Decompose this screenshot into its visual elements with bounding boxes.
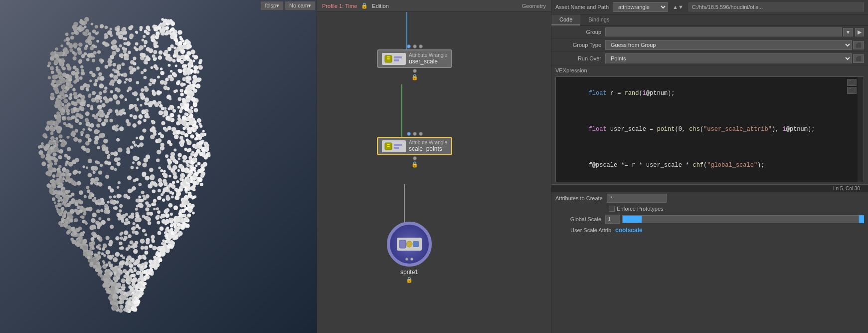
enforce-checkbox[interactable] [609,206,615,212]
wrangle-icon-2 [382,140,406,152]
enforce-row: Enforce Prototypes [551,204,868,213]
global-scale-slider-thumb [859,215,864,223]
viewport-camera-btn[interactable]: No cam▾ [285,1,316,10]
node-scale-points-name: scale_points [409,145,447,152]
asset-name-dropdown[interactable]: attribwrangle [613,2,668,12]
node-user-scale-name: user_scale [409,58,447,65]
group-type-dropdown[interactable]: Guess from Group [605,40,852,50]
cv-4: user_scale = [607,126,657,133]
sprite-outer [387,222,432,267]
global-scale-slider[interactable] [622,215,859,223]
attrib-create-label: Attributes to Create [555,195,607,201]
node-scale-points-ports-top [407,132,423,136]
wrangle-icon [382,53,406,65]
svg-rect-16 [399,240,406,248]
node-graph-content[interactable]: Attribute Wrangle user_scale 🔒 [317,12,551,333]
node-user-scale-body[interactable]: Attribute Wrangle user_scale [377,49,452,68]
attrib-create-row: Attributes to Create [551,192,868,204]
node-sprite1[interactable]: sprite1 🔒 [387,222,432,283]
node-graph-header: Profile 1: Time 🔒 Edition Geometry [317,0,551,12]
cs-2: "global_scale" [707,162,757,169]
lock-header-icon: 🔒 [361,2,368,9]
user-scale-attrib-row: User Scale Attrib coolscale [551,225,868,235]
svg-rect-5 [387,56,390,57]
point-cloud-canvas [0,0,317,333]
tabs-row: Code Bindings [551,14,868,26]
group-type-label: Group Type [555,42,605,48]
group-dropdown-arrow[interactable]: ▼ [843,28,853,36]
run-over-arrow[interactable]: ⬛ [853,54,864,63]
cv-1: r = [607,90,625,97]
properties-panel: Asset Name and Path attribwrangle ▲▼ Cod… [551,0,868,333]
sprite-inner [397,238,422,251]
node-user-scale-icon [382,53,406,65]
run-over-dropdown-wrap: Points ⬛ [605,53,864,63]
cm-float: float [589,126,607,133]
node-graph-panel: Profile 1: Time 🔒 Edition Geometry [317,0,551,333]
node-user-scale-lock: 🔒 [411,74,418,80]
props-body: Group ▼ ▶ Group Type Guess from Group ⬛ … [551,26,868,333]
port [419,132,423,136]
svg-point-17 [406,241,412,247]
geometry-label: Geometry [522,3,546,9]
enforce-label: Enforce Prototypes [617,206,664,212]
global-scale-input[interactable] [605,215,620,224]
tab-code[interactable]: Code [551,14,580,25]
port [413,44,417,48]
group-row: Group ▼ ▶ [551,26,868,38]
cv-2: ( [639,90,642,97]
tab-bindings[interactable]: Bindings [580,14,617,25]
svg-rect-11 [387,144,390,145]
dropdown-arrow-icon: ▲▼ [673,4,684,10]
viewport-display-btn[interactable]: fclsp▾ [260,1,284,10]
node-user-scale-ports-top [407,44,423,48]
asset-name-path-row: Asset Name and Path attribwrangle ▲▼ [551,0,868,14]
asset-name-label: Asset Name and Path [555,4,609,10]
group-input[interactable] [605,27,842,36]
viewport-panel: fclsp▾ No cam▾ [0,0,317,333]
node-scale-points-type: Attribute Wrangle [409,140,447,145]
node-scale-points-labels: Attribute Wrangle scale_points [409,140,447,152]
run-over-dropdown[interactable]: Points [605,53,852,63]
run-over-row: Run Over Points ⬛ [551,52,868,65]
node-scale-points-body[interactable]: Attribute Wrangle scale_points [377,137,452,155]
node-sprite1-lock: 🔒 [406,277,413,283]
group-arrow-btn[interactable]: ▶ [855,28,864,36]
code-line-5: f@pscale *= r * user_scale * chf("global… [560,152,860,179]
port [413,156,417,160]
user-scale-attrib-label: User Scale Attrib [555,227,615,233]
node-scale-points[interactable]: Attribute Wrangle scale_points 🔒 [377,132,452,168]
user-scale-attrib-value: coolscale [615,227,643,234]
group-type-arrow[interactable]: ⬛ [853,41,864,49]
node-user-scale-labels: Attribute Wrangle user_scale [409,52,447,65]
node-user-scale[interactable]: Attribute Wrangle user_scale 🔒 [377,44,452,80]
attrib-create-input[interactable] [607,194,667,203]
viewport-toolbar: fclsp▾ No cam▾ [259,0,317,11]
code-expand-btn[interactable]: ⬛ [847,79,857,86]
port [413,132,417,136]
code-editor[interactable]: float r = rand(i@ptnum); float user_scal… [555,76,864,182]
asset-path-input[interactable] [689,2,864,11]
code-line-4 [560,143,860,152]
run-over-label: Run Over [555,55,605,61]
code-settings-btn[interactable]: ⬛ [847,87,857,94]
cf-chf: chf [693,162,703,169]
cf-chs: chs [689,126,700,133]
cv-8: @ptnum); [786,126,815,133]
status-text: Ln 5, Col 30 [833,186,860,191]
cm-2: i [783,126,786,133]
cv-7: ), [772,126,783,133]
svg-rect-6 [387,58,390,59]
port [413,69,417,73]
global-scale-label: Global Scale [555,216,605,222]
group-type-row: Group Type Guess from Group ⬛ [551,38,868,52]
code-line-1: float r = rand(i@ptnum); [560,80,860,107]
global-scale-row: Global Scale [551,213,868,225]
cv-6: ( [700,126,703,133]
cv-5: (0, [675,126,689,133]
cv-3: @ptnum); [646,90,675,97]
svg-rect-7 [394,56,402,58]
cv-9: f@pscale *= r * user_scale * [589,162,693,169]
node-scale-points-lock: 🔒 [411,161,418,168]
code-scrollbar[interactable] [858,77,864,182]
